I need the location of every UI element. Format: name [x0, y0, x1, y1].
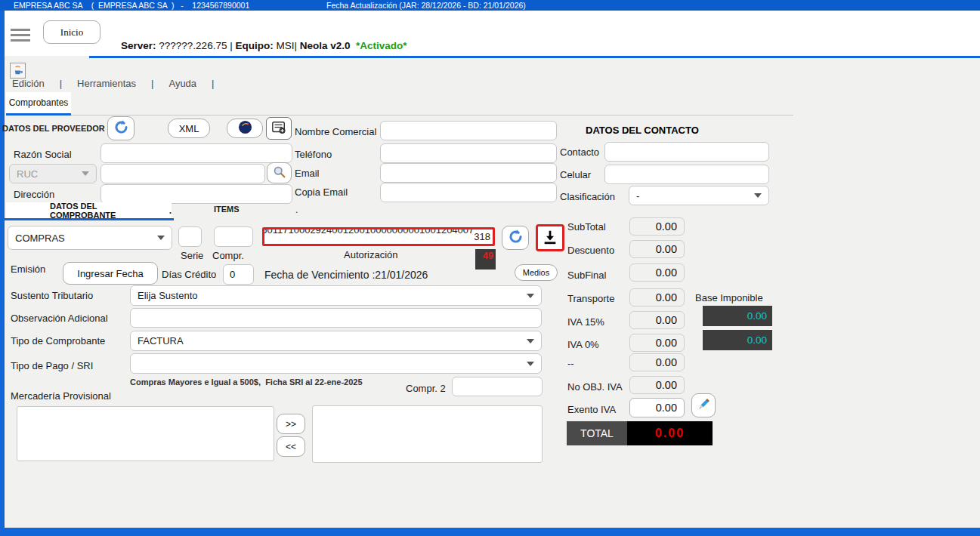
vencimiento-text: Fecha de Vencimiento :21/01/2026 [264, 269, 428, 281]
iva15-value: 0.00 [629, 311, 685, 329]
tab-items-label: ITEMS [214, 205, 240, 214]
char-count-badge: 49 [475, 249, 496, 270]
java-app-icon [10, 63, 26, 79]
left-accent-strip [0, 11, 5, 536]
mercaderia-target-list[interactable] [312, 405, 543, 463]
search-provider-button[interactable] [267, 162, 292, 183]
exento-iva-label: Exento IVA [567, 404, 616, 415]
xml-button[interactable]: XML [168, 119, 210, 138]
menu-item-edicion[interactable]: Edición [12, 78, 45, 89]
globe-icon [238, 120, 252, 137]
contact-section-title: DATOS DEL CONTACTO [586, 125, 699, 136]
telefono-input[interactable] [380, 143, 557, 163]
refresh-autorizacion-button[interactable] [502, 226, 529, 250]
copia-email-input[interactable] [380, 183, 557, 202]
header-divider [89, 56, 980, 58]
search-icon [273, 165, 286, 180]
ruc-type-value: RUC [17, 168, 38, 180]
otros-label: -- [567, 358, 574, 369]
telefono-label: Teléfono [295, 149, 332, 160]
tab-datos-comprobante-underline [5, 218, 174, 220]
ruc-type-select[interactable]: RUC [9, 164, 97, 183]
email-label: Email [295, 168, 320, 179]
exento-iva-input[interactable]: 0.00 [629, 398, 685, 417]
ingresar-fecha-button[interactable]: Ingresar Fecha [63, 262, 158, 285]
tab-datos-comprobante[interactable]: DATOS DEL COMPROBANTE . [6, 202, 172, 219]
server-label: Server: [121, 40, 156, 51]
sustento-select[interactable]: Elija Sustento [130, 285, 542, 306]
chevron-down-icon [82, 171, 89, 176]
razon-social-label: Razón Social [14, 149, 72, 160]
clasificacion-value: - [636, 190, 639, 202]
tabstrip-divider [71, 115, 793, 116]
chevron-down-icon [754, 193, 762, 198]
equipo-label: Equipo: [233, 40, 274, 51]
tipo-comprobante-value: FACTURA [138, 335, 184, 347]
inicio-button[interactable]: Inicio [43, 20, 100, 44]
menu-bar: Edición | Herramientas | Ayuda | [12, 78, 214, 89]
autorizacion-input[interactable]: 2101202601171000292400120010000000001001… [262, 227, 495, 246]
autorizacion-value-end: 318 [474, 231, 490, 242]
download-xml-button[interactable] [536, 224, 564, 251]
tab-comprobantes[interactable]: Comprobantes [6, 92, 71, 113]
clasificacion-select[interactable]: - [629, 186, 769, 205]
refresh-provider-button[interactable] [107, 116, 134, 140]
dias-credito-label: Días Crédito [162, 269, 216, 280]
chevron-down-icon [527, 339, 534, 343]
medios-button[interactable]: Medios [515, 264, 558, 281]
edit-exento-button[interactable] [691, 393, 716, 417]
observacion-label: Observación Adicional [11, 313, 108, 324]
sustento-label: Sustento Tributario [11, 290, 93, 301]
mercaderia-label: Mercadería Provisional [11, 390, 111, 402]
download-icon [542, 229, 558, 248]
autorizacion-label: Autorización [344, 249, 398, 260]
sustento-value: Elija Sustento [138, 290, 198, 301]
chevron-down-icon [157, 236, 165, 240]
contacto-label: Contacto [560, 146, 599, 158]
tipo-transaccion-select[interactable]: COMPRAS [8, 226, 172, 250]
ruc-input[interactable] [100, 164, 265, 183]
observacion-input[interactable] [130, 308, 542, 328]
compr-label: Compr. [212, 250, 244, 261]
no-obj-iva-label: No OBJ. IVA [567, 381, 623, 393]
add-provider-button[interactable] [266, 117, 292, 140]
dias-credito-input[interactable] [223, 264, 254, 285]
razon-social-input[interactable] [100, 143, 292, 163]
status-badge: *Activado* [350, 40, 407, 51]
titlebar-update-text: Fecha Actualización (JAR: 28/12/2026 - B… [326, 1, 526, 10]
equipo-value: MSI| [274, 40, 300, 51]
compr2-label: Compr. 2 [406, 383, 446, 394]
menu-separator: | [151, 78, 153, 89]
iva15-label: IVA 15% [567, 316, 604, 328]
celular-input[interactable] [604, 165, 769, 184]
move-left-button[interactable]: << [277, 436, 305, 457]
tab-comprobantes-underline [6, 113, 71, 116]
tipo-comprobante-label: Tipo de Comprobante [11, 335, 105, 347]
tab-items[interactable]: ITEMS [214, 205, 240, 214]
mercaderia-source-list[interactable] [17, 406, 274, 461]
add-list-icon [271, 120, 286, 137]
sri-lookup-button[interactable] [227, 119, 263, 138]
nombre-comercial-input[interactable] [380, 121, 557, 140]
tipo-pago-label: Tipo de Pago / SRI [11, 360, 93, 371]
move-right-button[interactable]: >> [277, 414, 305, 434]
copia-email-label: Copia Email [295, 186, 348, 198]
compr-input[interactable] [214, 226, 253, 247]
email-input[interactable] [380, 163, 557, 183]
autorizacion-value-clipped: 2101202601171000292400120010000000001001… [262, 227, 474, 236]
menu-item-herramientas[interactable]: Herramientas [77, 78, 136, 89]
window-titlebar: EMPRESA ABC SA ( EMPRESA ABC SA ) - 1234… [0, 0, 980, 11]
server-value: ??????.226.75 [156, 40, 230, 51]
compr2-input[interactable] [452, 377, 543, 396]
no-obj-iva-value: 0.00 [629, 376, 685, 394]
tipo-pago-select[interactable] [130, 353, 542, 374]
descuento-label: Descuento [567, 245, 614, 256]
version-label: Neola v2.0 [300, 40, 351, 51]
serie-input[interactable] [178, 226, 202, 247]
titlebar-company-text: EMPRESA ABC SA ( EMPRESA ABC SA ) - 1234… [14, 1, 249, 10]
tipo-comprobante-select[interactable]: FACTURA [130, 331, 542, 351]
contacto-input[interactable] [604, 142, 769, 162]
menu-item-ayuda[interactable]: Ayuda [168, 78, 196, 89]
hamburger-menu-icon[interactable] [11, 26, 30, 45]
tab-dot: . [169, 205, 172, 216]
